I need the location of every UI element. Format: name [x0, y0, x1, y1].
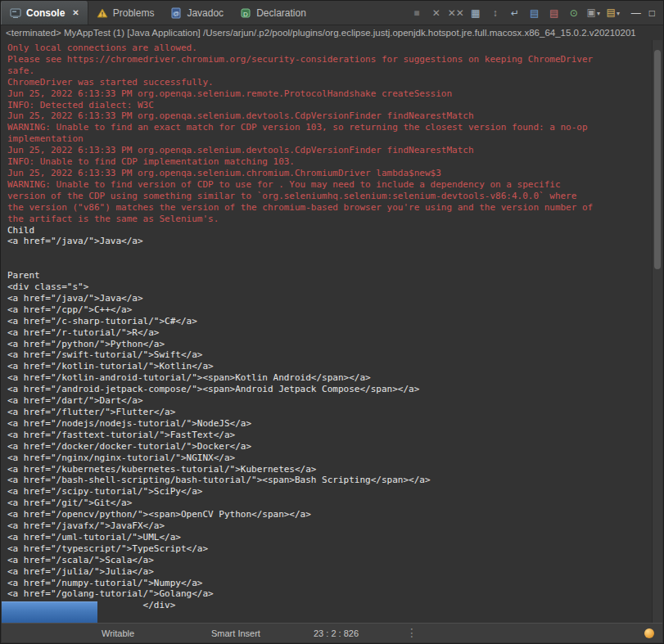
console-line: the artifact is the same as Selenium's. — [7, 214, 652, 225]
show-console-stderr-button[interactable]: ▤ — [545, 4, 563, 22]
tab-problems-label: Problems — [113, 7, 155, 19]
console-line: <a href="/nodejs/nodejs-tutorial/">NodeJ… — [7, 418, 652, 430]
launch-header: <terminated> MyAppTest (1) [Java Applica… — [1, 26, 652, 40]
console-line: <a href="/python/">Python</a> — [7, 339, 652, 350]
console-line: <a href="/scipy-tutorial/">SciPy</a> — [7, 486, 652, 498]
console-line: the version ("v86") matches the version … — [7, 202, 652, 214]
display-selected-console-button[interactable]: ▣▾ — [585, 3, 603, 23]
status-caret-position: 23 : 2 : 826 — [314, 628, 359, 638]
console-line: <a href="/java/">Java</a> — [7, 236, 652, 247]
vertical-scrollbar[interactable] — [652, 40, 662, 623]
pin-console-button[interactable]: ⊙ — [565, 4, 583, 22]
console-line: <a href="/javafx/">JavaFX</a> — [7, 520, 652, 532]
console-line: <a href="/cpp/">C++</a> — [7, 304, 652, 316]
svg-text:@: @ — [173, 10, 179, 17]
tab-console-label: Console — [26, 7, 65, 19]
dropdown-arrow-icon[interactable]: ▾ — [597, 10, 600, 17]
console-line: Only local connections are allowed. — [7, 43, 652, 54]
status-bar: Writable Smart Insert 23 : 2 : 826 ⋮ — [2, 623, 662, 642]
console-line: <a href="/java/">Java</a> — [7, 293, 652, 304]
console-line: Jun 25, 2022 6:13:33 PM org.openqa.selen… — [7, 145, 652, 156]
tab-javadoc-label: Javadoc — [187, 7, 224, 19]
terminate-button[interactable]: ■ — [408, 4, 426, 22]
console-line: <a href="/kotlin-android-tutorial/"><spa… — [7, 372, 652, 384]
console-line: ChromeDriver was started successfully. — [7, 77, 652, 88]
close-icon[interactable]: ✕ — [72, 8, 79, 17]
view-window-buttons: — □ — [623, 1, 663, 25]
console-toolbar: ■✕✕✕▦↕↵▤▤⊙▣▾▤▾ — [407, 1, 623, 25]
console-line: Jun 25, 2022 6:13:33 PM org.openqa.selen… — [7, 110, 652, 122]
statusbar-grip-icon: ⋮ — [406, 626, 418, 639]
console-line: Child — [7, 225, 652, 236]
console-line: Jun 25, 2022 6:13:33 PM org.openqa.selen… — [7, 168, 652, 179]
console-line: <a href="/r-tutorial/">R</a> — [7, 327, 652, 339]
console-line — [7, 247, 652, 259]
tabbar-spacer — [314, 1, 407, 25]
open-console-button[interactable]: ▤▾ — [604, 3, 622, 23]
svg-text:D: D — [243, 10, 248, 17]
console-line: <a href="/scala/">Scala</a> — [7, 555, 652, 566]
view-tabbar: Console ✕ Problems @ Javadoc — [1, 1, 663, 25]
console-line: implementation — [7, 133, 652, 145]
tab-declaration-label: Declaration — [256, 7, 306, 19]
console-line: <a href="/kotlin-tutorial/">Kotlin</a> — [7, 361, 652, 372]
clear-console-button[interactable]: ▦ — [467, 4, 485, 22]
console-line: INFO: Unable to find CDP implementation … — [7, 156, 652, 168]
console-line: <a href="/kubernetes/kubernetes-tutorial… — [7, 464, 652, 475]
scroll-lock-button[interactable]: ↕ — [486, 4, 504, 22]
maximize-icon[interactable]: □ — [649, 7, 655, 19]
console-line: Please see https://chromedriver.chromium… — [7, 54, 652, 65]
problems-icon — [97, 7, 108, 19]
declaration-icon: D — [240, 7, 251, 19]
console-line: <a href="/golang-tutorial/">Golang</a> — [7, 588, 652, 600]
console-line: </div> — [7, 600, 652, 611]
notification-icon[interactable] — [644, 628, 654, 638]
console-line: <a href="/fasttext-tutorial/">FastText</… — [7, 430, 652, 441]
remove-all-terminated-button[interactable]: ✕✕ — [447, 4, 465, 22]
console-line: <a href="/docker/docker-tutorial/">Docke… — [7, 441, 652, 453]
console-line: <a href="/dart/">Dart</a> — [7, 395, 652, 407]
eclipse-console-view: Console ✕ Problems @ Javadoc — [0, 0, 664, 644]
console-line: safe. — [7, 65, 652, 77]
tab-problems[interactable]: Problems — [88, 1, 163, 25]
console-line: <a href="/c-sharp-tutorial/">C#</a> — [7, 316, 652, 327]
console-line: <a href="/julia/">Julia</a> — [7, 566, 652, 578]
console-line: <a href="/uml-tutorial/">UML</a> — [7, 532, 652, 543]
console-line: <div class="s"> — [7, 281, 652, 293]
console-line: <a href="/swift-tutorial/">Swift</a> — [7, 349, 652, 361]
console-line: INFO: Detected dialect: W3C — [7, 100, 652, 111]
console-line: <a href="/git/">Git</a> — [7, 498, 652, 509]
word-wrap-button[interactable]: ↵ — [506, 4, 524, 22]
dropdown-arrow-icon[interactable]: ▾ — [617, 10, 620, 17]
console-line: <a href="/flutter/">Flutter</a> — [7, 407, 652, 418]
console-line — [7, 259, 652, 270]
scrollbar-thumb[interactable] — [654, 50, 661, 269]
tab-console[interactable]: Console ✕ — [1, 1, 88, 25]
remove-launch-button[interactable]: ✕ — [427, 4, 445, 22]
status-insert-mode: Smart Insert — [211, 628, 260, 638]
console-line: <a href="/typescript/">TypeScript</a> — [7, 543, 652, 555]
tab-declaration[interactable]: D Declaration — [232, 1, 314, 25]
console-line: <a href="/android-jetpack-compose/"><spa… — [7, 384, 652, 395]
console-lines: Only local connections are allowed.Pleas… — [7, 43, 652, 611]
bottom-left-accent — [2, 601, 97, 624]
show-console-stdout-button[interactable]: ▤ — [526, 4, 544, 22]
tab-javadoc[interactable]: @ Javadoc — [162, 1, 232, 25]
console-line: <a href="/opencv/python/"><span>OpenCV P… — [7, 509, 652, 520]
console-line: version of the CDP using something simil… — [7, 191, 652, 202]
console-line: Parent — [7, 270, 652, 281]
console-line: <a href="/bash-shell-scripting/bash-tuto… — [7, 475, 652, 486]
console-output[interactable]: Only local connections are allowed.Pleas… — [1, 40, 652, 623]
console-icon — [10, 7, 21, 19]
status-writable: Writable — [102, 628, 134, 638]
console-line: <a href="/nginx/nginx-tutorial/">NGINX</… — [7, 453, 652, 464]
console-line: WARNING: Unable to find version of CDP t… — [7, 179, 652, 191]
javadoc-icon: @ — [170, 7, 182, 19]
minimize-icon[interactable]: — — [631, 7, 641, 19]
console-line: Jun 25, 2022 6:13:33 PM org.openqa.selen… — [7, 88, 652, 100]
console-line: WARNING: Unable to find an exact match f… — [7, 122, 652, 133]
console-line: <a href="/numpy-tutorial/">Numpy</a> — [7, 578, 652, 589]
